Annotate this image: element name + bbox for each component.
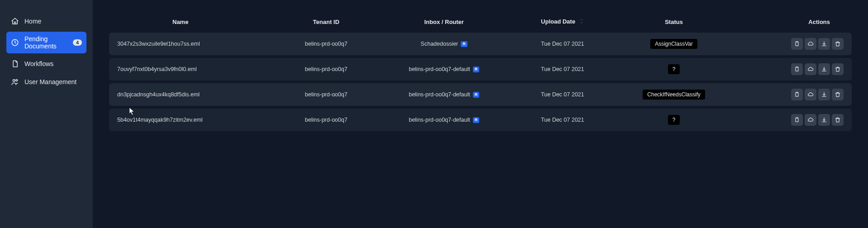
svg-point-2 <box>16 79 18 81</box>
cell-status: CheckIfNeedsClassify <box>610 83 738 106</box>
clock-icon <box>11 38 19 47</box>
delete-button[interactable] <box>832 63 844 75</box>
download-button[interactable] <box>818 38 830 50</box>
cell-status: ? <box>610 109 738 131</box>
cell-name: dn3pjcadnsgh4ux4kq8df5dis.eml <box>109 83 279 106</box>
status-badge: CheckIfNeedsClassify <box>643 90 705 100</box>
home-icon <box>11 17 19 25</box>
clipboard-button[interactable] <box>791 114 803 126</box>
cell-upload: Tue Dec 07 2021 <box>515 33 610 55</box>
delete-button[interactable] <box>832 89 844 100</box>
cell-actions <box>738 58 852 81</box>
status-badge: ? <box>668 115 680 125</box>
table-row[interactable]: 7ouvyf7nxt0b4yrsa3v9fn0l0.eml belins-prd… <box>109 58 852 81</box>
sidebar-item-label: User Management <box>24 78 76 86</box>
cell-upload: Tue Dec 07 2021 <box>515 58 610 81</box>
documents-table: Name Tenant ID Inbox / Router Upload Dat… <box>109 11 852 134</box>
col-header-tenant[interactable]: Tenant ID <box>279 14 373 30</box>
sort-icon <box>579 19 584 25</box>
col-header-status[interactable]: Status <box>610 14 738 30</box>
row-actions <box>791 63 844 75</box>
clipboard-button[interactable] <box>791 89 803 100</box>
sidebar-item-label: Home <box>24 18 41 25</box>
r-badge: R <box>473 66 480 72</box>
document-icon <box>11 60 19 68</box>
svg-rect-4 <box>796 67 798 71</box>
cell-upload: Tue Dec 07 2021 <box>515 109 610 131</box>
r-badge: R <box>461 41 467 47</box>
cell-name: 5b4ov1t4mayqqak9h7zitm2ev.eml <box>109 109 279 131</box>
sidebar-item-user-management[interactable]: User Management <box>6 74 86 90</box>
r-badge: R <box>473 92 480 98</box>
cell-status: ? <box>610 58 738 81</box>
table-row[interactable]: 5b4ov1t4mayqqak9h7zitm2ev.eml belins-prd… <box>109 109 852 131</box>
svg-rect-5 <box>796 93 798 96</box>
cell-inbox: belins-prd-oo0q7-defaultR <box>373 109 515 131</box>
cell-tenant: belins-prd-oo0q7 <box>279 83 373 106</box>
delete-button[interactable] <box>832 114 844 126</box>
users-icon <box>11 78 19 86</box>
col-header-upload[interactable]: Upload Date <box>515 14 610 30</box>
col-header-inbox[interactable]: Inbox / Router <box>373 14 515 30</box>
col-header-upload-label: Upload Date <box>541 18 575 25</box>
cell-tenant: belins-prd-oo0q7 <box>279 58 373 81</box>
cloud-button[interactable] <box>805 114 816 126</box>
cell-inbox: SchadedossierR <box>373 33 515 55</box>
status-badge: AssignClassVar <box>650 39 697 49</box>
cell-status: AssignClassVar <box>610 33 738 55</box>
table-row[interactable]: dn3pjcadnsgh4ux4kq8df5dis.eml belins-prd… <box>109 83 852 106</box>
cell-inbox: belins-prd-oo0q7-defaultR <box>373 58 515 81</box>
cell-name: 3047x2s3wxzuile9el1hou7ss.eml <box>109 33 279 55</box>
cloud-button[interactable] <box>805 38 816 50</box>
sidebar: Home Pending Documents 4 Workflows User … <box>0 0 93 228</box>
download-button[interactable] <box>818 89 830 100</box>
cell-actions <box>738 109 852 131</box>
row-actions <box>791 38 844 50</box>
col-header-actions: Actions <box>738 14 852 30</box>
cell-actions <box>738 33 852 55</box>
col-header-name[interactable]: Name <box>109 14 279 30</box>
sidebar-item-home[interactable]: Home <box>6 14 86 29</box>
svg-point-1 <box>13 80 15 82</box>
cloud-button[interactable] <box>805 63 816 75</box>
cloud-button[interactable] <box>805 89 816 100</box>
status-badge: ? <box>668 64 680 74</box>
cell-upload: Tue Dec 07 2021 <box>515 83 610 106</box>
cell-name: 7ouvyf7nxt0b4yrsa3v9fn0l0.eml <box>109 58 279 81</box>
sidebar-item-pending-documents[interactable]: Pending Documents 4 <box>6 32 86 53</box>
clipboard-button[interactable] <box>791 38 803 50</box>
sidebar-item-label: Pending Documents <box>24 35 67 50</box>
svg-rect-6 <box>796 118 798 122</box>
badge-count: 4 <box>73 39 82 46</box>
cell-tenant: belins-prd-oo0q7 <box>279 33 373 55</box>
r-badge: R <box>473 117 480 123</box>
cell-tenant: belins-prd-oo0q7 <box>279 109 373 131</box>
delete-button[interactable] <box>832 38 844 50</box>
table-row[interactable]: 3047x2s3wxzuile9el1hou7ss.eml belins-prd… <box>109 33 852 55</box>
sidebar-item-label: Workflows <box>24 60 53 67</box>
svg-rect-3 <box>796 42 798 46</box>
cell-actions <box>738 83 852 106</box>
sidebar-item-workflows[interactable]: Workflows <box>6 56 86 71</box>
clipboard-button[interactable] <box>791 63 803 75</box>
main-content: Name Tenant ID Inbox / Router Upload Dat… <box>93 0 868 228</box>
download-button[interactable] <box>818 63 830 75</box>
cell-inbox: belins-prd-oo0q7-defaultR <box>373 83 515 106</box>
row-actions <box>791 89 844 100</box>
download-button[interactable] <box>818 114 830 126</box>
row-actions <box>791 114 844 126</box>
